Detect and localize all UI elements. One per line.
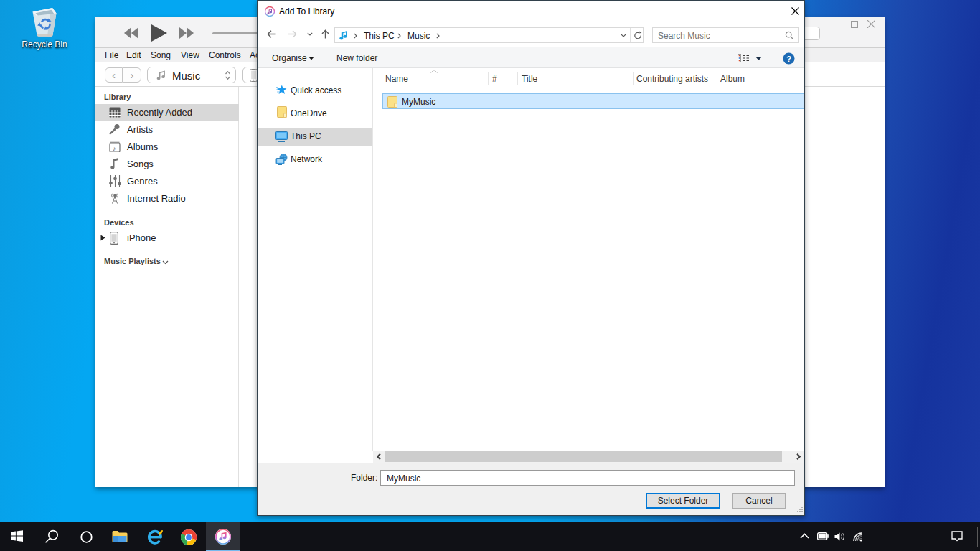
svg-text:♪: ♪: [113, 145, 116, 152]
svg-text:?: ?: [786, 55, 791, 63]
